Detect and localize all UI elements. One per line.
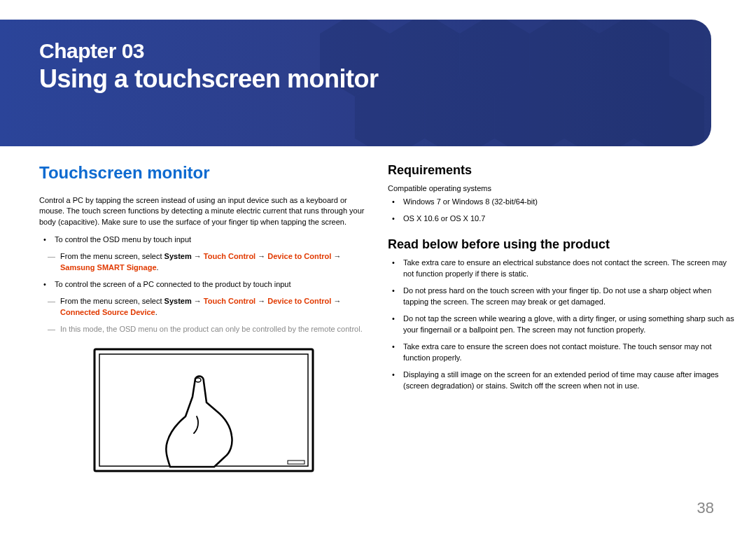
instruction-list: To control the screen of a PC connected … bbox=[39, 279, 368, 290]
note-text: From the menu screen, select bbox=[60, 297, 164, 305]
left-column: Touchscreen monitor Control a PC by tapp… bbox=[39, 163, 368, 474]
bold-red-text: Device to Control bbox=[267, 252, 331, 260]
list-item: To control the screen of a PC connected … bbox=[39, 279, 368, 290]
arrow: → bbox=[255, 297, 267, 305]
svg-rect-12 bbox=[288, 461, 304, 464]
list-item: Displaying a still image on the screen f… bbox=[388, 370, 736, 392]
precautions-list: Take extra care to ensure an electrical … bbox=[388, 258, 736, 391]
intro-paragraph: Control a PC by tapping the screen inste… bbox=[39, 195, 368, 227]
bold-text: System bbox=[164, 297, 192, 305]
bold-red-text: Touch Control bbox=[204, 252, 255, 260]
requirements-heading: Requirements bbox=[388, 163, 736, 178]
list-item: OS X 10.6 or OS X 10.7 bbox=[388, 213, 736, 225]
chapter-title: Using a touchscreen monitor bbox=[39, 64, 711, 94]
arrow: → bbox=[331, 297, 341, 305]
list-item: Do not press hard on the touch screen wi… bbox=[388, 286, 736, 308]
list-item: Take extra care to ensure an electrical … bbox=[388, 258, 736, 280]
instruction-list: To control the OSD menu by touch input bbox=[39, 234, 368, 246]
arrow: → bbox=[192, 297, 204, 305]
arrow: → bbox=[255, 252, 267, 260]
dash-note-grey: In this mode, the OSD menu on the produc… bbox=[39, 324, 368, 335]
chapter-label: Chapter 03 bbox=[39, 39, 711, 63]
arrow: → bbox=[331, 252, 341, 260]
touch-illustration bbox=[39, 346, 368, 474]
note-text: From the menu screen, select bbox=[60, 252, 164, 260]
period: . bbox=[155, 308, 158, 316]
content-area: Touchscreen monitor Control a PC by tapp… bbox=[0, 163, 756, 474]
requirements-list: Windows 7 or Windows 8 (32-bit/64-bit) O… bbox=[388, 197, 736, 225]
bold-red-text: Device to Control bbox=[267, 297, 331, 305]
read-below-heading: Read below before using the product bbox=[388, 237, 736, 252]
section-heading-touchscreen: Touchscreen monitor bbox=[39, 163, 368, 183]
bold-red-text: Touch Control bbox=[204, 297, 255, 305]
list-item: To control the OSD menu by touch input bbox=[39, 234, 368, 246]
list-item: Take extra care to ensure the screen doe… bbox=[388, 342, 736, 364]
requirements-subtext: Compatible operating systems bbox=[388, 183, 736, 194]
chapter-banner: Chapter 03 Using a touchscreen monitor bbox=[0, 20, 711, 146]
bold-red-text: Samsung SMART Signage bbox=[60, 263, 157, 272]
arrow: → bbox=[192, 252, 204, 260]
bold-red-text: Connected Source Device bbox=[60, 308, 155, 316]
list-item: Do not tap the screen while wearing a gl… bbox=[388, 314, 736, 336]
page-number: 38 bbox=[697, 499, 714, 517]
dash-note: From the menu screen, select System → To… bbox=[39, 251, 368, 274]
bold-text: System bbox=[164, 252, 192, 260]
period: . bbox=[157, 263, 159, 272]
right-column: Requirements Compatible operating system… bbox=[388, 163, 736, 474]
dash-note: From the menu screen, select System → To… bbox=[39, 296, 368, 318]
list-item: Windows 7 or Windows 8 (32-bit/64-bit) bbox=[388, 197, 736, 208]
